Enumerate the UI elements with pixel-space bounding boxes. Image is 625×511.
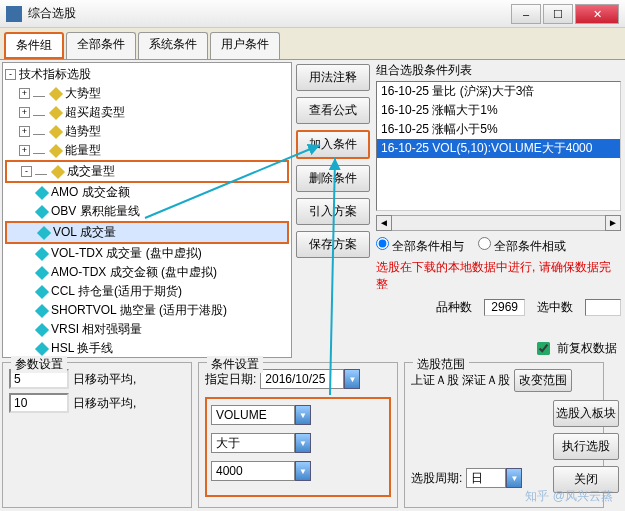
action-column: 用法注释 查看公式 加入条件 删除条件 引入方案 保存方案 (294, 60, 372, 360)
tab-all-conditions[interactable]: 全部条件 (66, 32, 136, 59)
param2-label: 日移动平均, (73, 395, 136, 412)
data-warning: 选股在下载的本地数据中进行, 请确保数据完整 (376, 259, 621, 293)
tree-item[interactable]: AMO 成交金额 (5, 183, 289, 202)
counts-row: 品种数2969 选中数 (376, 299, 621, 316)
param2-input[interactable] (9, 393, 69, 413)
dropdown-icon[interactable]: ▼ (506, 468, 522, 488)
app-icon (6, 6, 22, 22)
usage-notes-button[interactable]: 用法注释 (296, 64, 370, 91)
scroll-track[interactable] (392, 215, 605, 231)
tab-system-conditions[interactable]: 系统条件 (138, 32, 208, 59)
add-condition-button[interactable]: 加入条件 (296, 130, 370, 159)
diamond-icon (49, 143, 63, 157)
selected-value (585, 299, 621, 316)
diamond-icon (35, 265, 49, 279)
tree-group[interactable]: +超买超卖型 (5, 103, 289, 122)
diamond-icon (35, 284, 49, 298)
radio-or[interactable]: 全部条件相或 (478, 237, 566, 255)
tab-user-conditions[interactable]: 用户条件 (210, 32, 280, 59)
radio-and[interactable]: 全部条件相与 (376, 237, 464, 255)
conditions-panel: 组合选股条件列表 16-10-25 量比 (沪深)大于3倍 16-10-25 涨… (372, 60, 625, 360)
dropdown-icon[interactable]: ▼ (295, 405, 311, 425)
period-select[interactable]: ▼ (466, 468, 522, 488)
tree-item[interactable]: AMO-TDX 成交金额 (盘中虚拟) (5, 263, 289, 282)
change-scope-button[interactable]: 改变范围 (514, 369, 572, 392)
list-item[interactable]: 16-10-25 涨幅大于1% (377, 101, 620, 120)
main-area: -技术指标选股 +大势型 +超买超卖型 +趋势型 +能量型 -成交量型 AMO … (0, 60, 625, 360)
diamond-icon (37, 225, 51, 239)
tree-root-label: 技术指标选股 (19, 66, 91, 83)
period-input[interactable] (466, 468, 506, 488)
scope-legend: 选股范围 (413, 356, 469, 373)
dropdown-icon[interactable]: ▼ (344, 369, 360, 389)
titlebar: 综合选股 – ☐ ✕ (0, 0, 625, 28)
param-group: 参数设置 日移动平均, 日移动平均, (2, 362, 192, 508)
select-to-block-button[interactable]: 选股入板块 (553, 400, 619, 427)
tree-item[interactable]: OBV 累积能量线 (5, 202, 289, 221)
save-plan-button[interactable]: 保存方案 (296, 231, 370, 258)
list-item[interactable]: 16-10-25 涨幅小于5% (377, 120, 620, 139)
tree-root[interactable]: -技术指标选股 (5, 65, 289, 84)
tree-item[interactable]: SHORTVOL 抛空量 (适用于港股) (5, 301, 289, 320)
conditions-list[interactable]: 16-10-25 量比 (沪深)大于3倍 16-10-25 涨幅大于1% 16-… (376, 81, 621, 211)
value-select[interactable]: ▼ (211, 461, 311, 481)
diamond-icon (35, 185, 49, 199)
maximize-button[interactable]: ☐ (543, 4, 573, 24)
indicator-tree[interactable]: -技术指标选股 +大势型 +超买超卖型 +趋势型 +能量型 -成交量型 AMO … (2, 62, 292, 358)
tab-condition-group[interactable]: 条件组 (4, 32, 64, 59)
operator-input[interactable] (211, 433, 295, 453)
date-label: 指定日期: (205, 371, 256, 388)
field-input[interactable] (211, 405, 295, 425)
tree-item[interactable]: VRSI 相对强弱量 (5, 320, 289, 339)
list-item[interactable]: 16-10-25 量比 (沪深)大于3倍 (377, 82, 620, 101)
date-picker[interactable]: ▼ (260, 369, 360, 389)
window-title: 综合选股 (28, 5, 76, 22)
date-input[interactable] (260, 369, 344, 389)
view-formula-button[interactable]: 查看公式 (296, 97, 370, 124)
h-scrollbar[interactable]: ◄ ► (376, 215, 621, 231)
logic-radios: 全部条件相与 全部条件相或 (376, 237, 621, 255)
import-plan-button[interactable]: 引入方案 (296, 198, 370, 225)
dropdown-icon[interactable]: ▼ (295, 433, 311, 453)
tree-group[interactable]: +大势型 (5, 84, 289, 103)
diamond-icon (35, 341, 49, 355)
diamond-icon (49, 86, 63, 100)
diamond-icon (35, 303, 49, 317)
condition-group: 条件设置 指定日期: ▼ ▼ ▼ ▼ (198, 362, 398, 508)
watermark: 知乎 @风兴云蒸 (525, 488, 613, 505)
list-item-selected[interactable]: 16-10-25 VOL(5,10):VOLUME大于4000 (377, 139, 620, 158)
tree-item[interactable]: VOL-TDX 成交量 (盘中虚拟) (5, 244, 289, 263)
cond-legend: 条件设置 (207, 356, 263, 373)
tree-item[interactable]: CCL 持仓量(适用于期货) (5, 282, 289, 301)
delete-condition-button[interactable]: 删除条件 (296, 165, 370, 192)
tree-group-volume[interactable]: -成交量型 (5, 160, 289, 183)
tree-group[interactable]: +趋势型 (5, 122, 289, 141)
operator-select[interactable]: ▼ (211, 433, 311, 453)
scroll-right-icon[interactable]: ► (605, 215, 621, 231)
run-selection-button[interactable]: 执行选股 (553, 433, 619, 460)
count-value: 2969 (484, 299, 525, 316)
dropdown-icon[interactable]: ▼ (295, 461, 311, 481)
minimize-button[interactable]: – (511, 4, 541, 24)
period-label: 选股周期: (411, 470, 462, 487)
count-label: 品种数 (436, 299, 472, 316)
close-button[interactable]: ✕ (575, 4, 619, 24)
diamond-icon (49, 105, 63, 119)
right-buttons: 选股入板块 执行选股 关闭 (553, 400, 619, 493)
diamond-icon (51, 164, 65, 178)
tree-group[interactable]: +能量型 (5, 141, 289, 160)
diamond-icon (35, 246, 49, 260)
tab-bar: 条件组 全部条件 系统条件 用户条件 (0, 28, 625, 60)
tree-item-vol[interactable]: VOL 成交量 (5, 221, 289, 244)
selected-label: 选中数 (537, 299, 573, 316)
markets-text: 上证Ａ股 深证Ａ股 (411, 372, 510, 389)
value-input[interactable] (211, 461, 295, 481)
diamond-icon (35, 322, 49, 336)
param-legend: 参数设置 (11, 356, 67, 373)
param1-label: 日移动平均, (73, 371, 136, 388)
condition-fields: ▼ ▼ ▼ (205, 397, 391, 497)
scroll-left-icon[interactable]: ◄ (376, 215, 392, 231)
field-select[interactable]: ▼ (211, 405, 311, 425)
diamond-icon (35, 204, 49, 218)
forward-adjust-checkbox[interactable]: 前复权数据 (537, 340, 617, 357)
